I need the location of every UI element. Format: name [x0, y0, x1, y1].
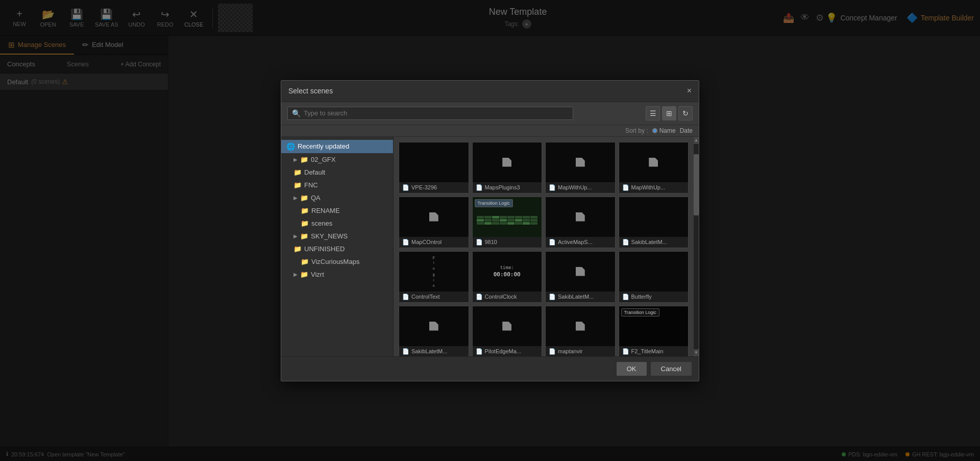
scene-preview — [546, 197, 615, 237]
ok-button[interactable]: OK — [617, 362, 647, 376]
scene-name: MapsPlugins3 — [485, 184, 520, 190]
scene-thumb-f2titlemain[interactable]: Transition Logic 📄 F2_TitleMain — [619, 306, 689, 356]
folder-item-default[interactable]: 📁 Default — [281, 166, 393, 179]
scrollbar-thumb[interactable] — [694, 154, 699, 216]
scene-name: F2_TitleMain — [631, 348, 664, 354]
scene-name-row: 📄 ControlClock — [473, 292, 542, 302]
scene-thumb-vpe3296[interactable]: 📄 VPE-3296 — [399, 142, 469, 193]
scene-preview — [546, 142, 615, 182]
folder-item-rename[interactable]: 📁 RENAME — [281, 204, 393, 217]
scrollbar[interactable]: ▲ ▼ — [694, 137, 699, 356]
scene-name: ControlText — [411, 294, 440, 300]
scene-preview — [619, 142, 689, 182]
search-icon: 🔍 — [292, 109, 301, 117]
folder-item-02gfx[interactable]: ▶ 📁 02_GFX — [281, 153, 393, 166]
list-view-button[interactable]: ☰ — [646, 106, 660, 120]
scene-file-icon: 📄 — [476, 348, 483, 355]
scene-thumb-mapwithup2[interactable]: 📄 MapWithUp... — [619, 142, 689, 193]
tl-matrix — [477, 216, 537, 225]
modal-footer: OK Cancel — [281, 356, 699, 381]
refresh-button[interactable]: ↻ — [678, 106, 693, 120]
folder-item-skynews[interactable]: ▶ 📁 SKY_NEWS — [281, 230, 393, 242]
scene-preview — [399, 142, 469, 182]
scene-thumb-sakib1[interactable]: 📄 SakibLatetM... — [619, 197, 689, 248]
scene-thumb-maptanvir[interactable]: 📄 maptanvir — [545, 306, 616, 356]
modal-toolbar: 🔍 ☰ ⊞ ↻ — [281, 102, 699, 125]
thumb-doc-icon — [576, 212, 585, 222]
thumb-doc-icon — [429, 322, 438, 331]
plugin-text-preview: p l u g i n — [433, 255, 435, 288]
scene-preview: Transition Logic — [619, 306, 689, 346]
scene-name-row: 📄 MapWithUp... — [546, 182, 615, 193]
folder-item-fnc[interactable]: 📁 FNC — [281, 179, 393, 191]
scroll-down-button[interactable]: ▼ — [694, 349, 699, 356]
folder-label: VizCuriousMaps — [311, 258, 359, 265]
search-box: 🔍 — [287, 107, 573, 120]
scene-name-row: 📄 Butterfly — [619, 292, 689, 302]
tl-badge: Transition Logic — [621, 308, 659, 317]
scene-name: VPE-3296 — [411, 184, 437, 190]
scene-thumb-mapwithup1[interactable]: 📄 MapWithUp... — [545, 142, 616, 193]
folder-item-qa[interactable]: ▶ 📁 QA — [281, 191, 393, 204]
scene-name-row: 📄 ControlText — [399, 292, 469, 302]
thumb-doc-icon — [502, 322, 511, 331]
scene-file-icon: 📄 — [476, 184, 483, 191]
search-input[interactable] — [304, 109, 569, 117]
thumb-doc-icon — [576, 158, 585, 167]
scene-thumb-mapsplugins3[interactable]: 📄 MapsPlugins3 — [472, 142, 543, 193]
scroll-up-button[interactable]: ▲ — [694, 137, 699, 144]
folder-item-vizrt[interactable]: ▶ 📁 Vizrt — [281, 268, 393, 281]
scene-name-row: 📄 VPE-3296 — [399, 182, 469, 193]
scene-name: SakibLatetM... — [558, 294, 594, 300]
scene-file-icon: 📄 — [402, 348, 409, 355]
scene-name: 9810 — [485, 239, 497, 245]
scene-name-row: 📄 F2_TitleMain — [619, 346, 689, 356]
scene-preview — [473, 306, 542, 346]
folder-item-unfinished[interactable]: 📁 UNFINISHED — [281, 242, 393, 255]
folder-recently-updated[interactable]: 🌐 Recently updated — [281, 140, 393, 153]
scene-file-icon: 📄 — [549, 294, 556, 300]
scene-thumb-activemaps[interactable]: 📄 ActiveMapS... — [545, 197, 616, 248]
modal-overlay[interactable]: Select scenes × 🔍 ☰ ⊞ ↻ Sort by : Name D — [0, 0, 980, 461]
folder-item-scenes[interactable]: 📁 scenes — [281, 217, 393, 230]
folder-label: Default — [304, 168, 325, 176]
sort-by-name[interactable]: Name — [652, 127, 676, 134]
scene-file-icon: 📄 — [622, 184, 629, 191]
folder-label: RENAME — [311, 207, 340, 214]
scene-preview: Transition Logic — [473, 197, 542, 237]
scene-thumb-sakib3[interactable]: 📄 SakibLatetM... — [399, 306, 469, 356]
scene-name-row: 📄 9810 — [473, 237, 542, 248]
scene-thumb-9810[interactable]: Transition Logic 📄 9810 — [472, 197, 543, 248]
sort-by-label: Sort by : — [625, 127, 648, 134]
scene-name-row: 📄 SakibLatetM... — [399, 346, 469, 356]
scene-name: Butterfly — [631, 294, 652, 300]
scene-file-icon: 📄 — [402, 294, 409, 300]
scene-thumb-pilotedge[interactable]: 📄 PilotEdgeMa... — [472, 306, 543, 356]
sort-name-radio — [652, 128, 657, 133]
scene-thumb-sakib2[interactable]: 📄 SakibLatetM... — [545, 251, 616, 303]
scene-preview — [399, 306, 469, 346]
grid-view-button[interactable]: ⊞ — [662, 106, 676, 120]
folder-recently-updated-label: Recently updated — [298, 142, 349, 150]
scene-file-icon: 📄 — [622, 239, 629, 246]
folder-label: QA — [311, 194, 321, 202]
scene-name-row: 📄 SakibLatetM... — [619, 237, 689, 248]
scene-thumb-controlclock[interactable]: time: 00:00:00 📄 ControlClock — [472, 251, 543, 303]
scene-file-icon: 📄 — [549, 184, 556, 191]
modal-close-button[interactable]: × — [687, 87, 692, 95]
scrollbar-track-area — [694, 144, 699, 349]
sort-by-date[interactable]: Date — [680, 127, 693, 134]
scene-name-row: 📄 MapsPlugins3 — [473, 182, 542, 193]
scene-name-row: 📄 PilotEdgeMa... — [473, 346, 542, 356]
scene-thumb-butterfly[interactable]: 📄 Butterfly — [619, 251, 689, 303]
thumb-doc-icon — [576, 267, 585, 276]
scene-thumb-controltext[interactable]: p l u g i n 📄 ControlText — [399, 251, 469, 303]
folder-item-vizcuriousmaps[interactable]: 📁 VizCuriousMaps — [281, 255, 393, 268]
thumb-doc-icon — [576, 322, 585, 331]
scene-thumb-mapcontrol[interactable]: 📄 MapCOntrol — [399, 197, 469, 248]
modal-body: 🌐 Recently updated ▶ 📁 02_GFX 📁 Default … — [281, 137, 699, 356]
scene-file-icon: 📄 — [622, 348, 629, 355]
scene-preview — [473, 142, 542, 182]
cancel-button[interactable]: Cancel — [651, 362, 692, 376]
scene-file-icon: 📄 — [549, 348, 556, 355]
